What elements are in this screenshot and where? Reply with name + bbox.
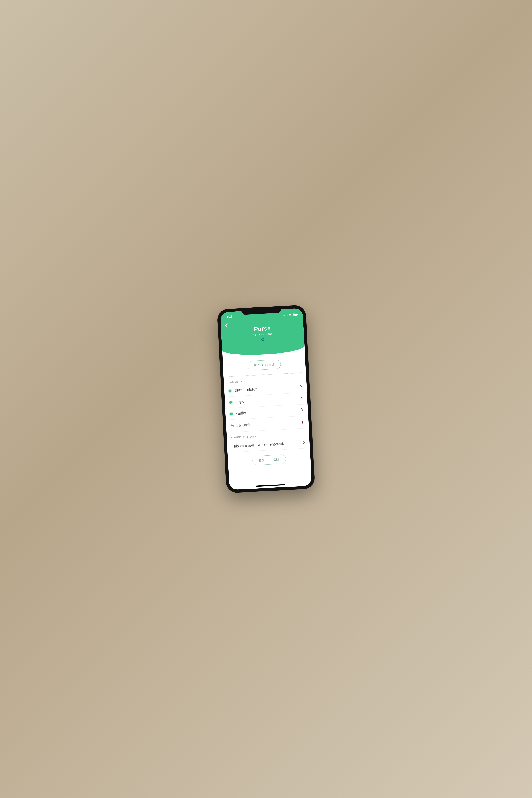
header-title-block: Purse NEARBY NOW	[221, 323, 304, 343]
chevron-right-icon	[301, 396, 303, 401]
chevron-right-icon	[301, 407, 303, 413]
chevron-right-icon	[303, 440, 305, 445]
chevron-left-icon	[225, 323, 228, 328]
wifi-icon	[288, 313, 292, 317]
battery-icon	[292, 313, 298, 316]
phone-frame: 1:18 Purse NEARBY NOW	[217, 305, 315, 493]
content: FIND ITEM TAGLETS diaper clutch keys	[223, 353, 312, 490]
find-item-button[interactable]: FIND ITEM	[247, 359, 281, 370]
back-button[interactable]	[225, 323, 228, 329]
status-dot-icon	[229, 390, 232, 392]
screen: 1:18 Purse NEARBY NOW	[220, 308, 312, 490]
svg-rect-0	[283, 316, 284, 316]
saved-actions-text: This item has 1 Action enabled.	[231, 440, 303, 449]
status-dot-icon	[230, 412, 233, 415]
status-time: 1:18	[225, 315, 232, 321]
edit-item-button[interactable]: EDIT ITEM	[252, 454, 286, 466]
svg-rect-3	[287, 314, 287, 316]
svg-rect-5	[293, 314, 297, 315]
svg-rect-6	[297, 314, 298, 315]
chevron-right-icon	[300, 384, 302, 390]
plus-icon: +	[301, 419, 304, 425]
status-indicators	[283, 311, 298, 318]
taglet-name: wallet	[236, 408, 302, 416]
status-ring-icon	[261, 338, 265, 341]
header: 1:18 Purse NEARBY NOW	[220, 308, 305, 357]
taglet-name: keys	[235, 396, 301, 404]
status-dot-icon	[229, 401, 232, 404]
svg-rect-2	[285, 314, 286, 316]
signal-icon	[283, 314, 287, 317]
taglet-name: diaper clutch	[235, 385, 300, 393]
svg-rect-1	[284, 315, 285, 316]
add-taglet-label: Add a Taglet	[230, 420, 301, 428]
